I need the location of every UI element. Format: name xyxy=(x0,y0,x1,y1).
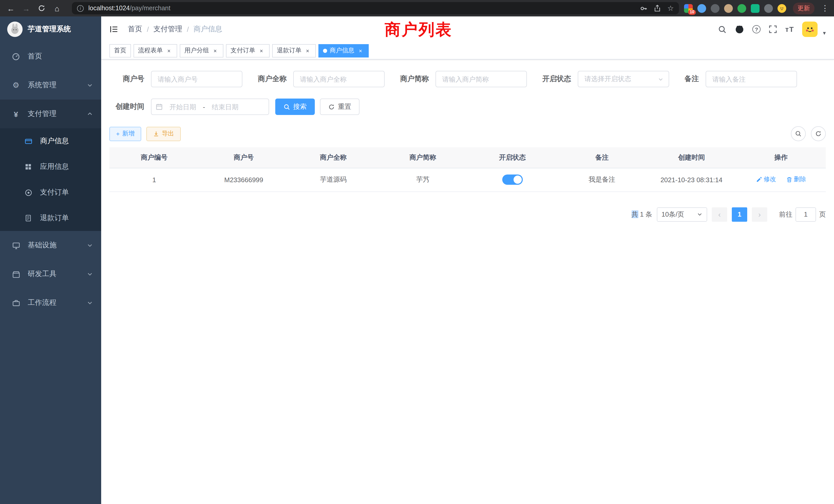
github-icon[interactable] xyxy=(735,25,744,34)
password-key-icon[interactable] xyxy=(640,4,648,12)
address-bar[interactable]: i localhost:1024/pay/merchant ☆ xyxy=(72,2,679,14)
home-icon[interactable]: ⌂ xyxy=(51,3,63,14)
sidebar-item-infrastructure[interactable]: 基础设施 xyxy=(0,231,101,260)
extension-grid-icon[interactable]: 10 xyxy=(684,4,693,13)
reload-icon[interactable] xyxy=(36,3,47,14)
reset-button[interactable]: 重置 xyxy=(320,98,359,115)
close-icon[interactable]: × xyxy=(212,47,219,54)
field-label: 商户全称 xyxy=(258,74,287,84)
table-row: 1 M233666999 芋道源码 芋艿 我是备注 2021-10-23 08:… xyxy=(109,168,826,191)
breadcrumb-home[interactable]: 首页 xyxy=(128,25,142,34)
pagination-total-selected: 共 xyxy=(631,210,638,218)
field-short-name: 商户简称 xyxy=(400,71,527,87)
extension-avatar-icon[interactable] xyxy=(724,4,733,13)
page-1-button[interactable]: 1 xyxy=(732,207,747,222)
chrome-update-button[interactable]: 更新 xyxy=(793,2,814,14)
breadcrumb-payment[interactable]: 支付管理 xyxy=(154,25,182,34)
search-icon[interactable] xyxy=(718,25,727,33)
extension-badge: 10 xyxy=(688,9,696,15)
chevron-down-icon xyxy=(87,242,93,248)
prev-page-button[interactable]: ‹ xyxy=(712,207,727,222)
extension-green-circle-icon[interactable] xyxy=(738,4,746,13)
active-tab-dot xyxy=(323,48,327,53)
font-size-icon[interactable]: тT xyxy=(785,25,794,33)
create-time-range-picker[interactable]: - xyxy=(151,98,269,115)
sidebar-toggle-icon[interactable] xyxy=(109,25,118,34)
tab-home[interactable]: 首页 xyxy=(109,44,131,57)
short-name-input[interactable] xyxy=(436,71,527,87)
edit-link[interactable]: 修改 xyxy=(756,175,776,184)
main-area: 首页 / 支付管理 / 商户信息 商户列表 ? xyxy=(101,17,834,504)
search-button[interactable]: 搜索 xyxy=(275,98,315,115)
full-name-input[interactable] xyxy=(293,71,385,87)
menu-label: 首页 xyxy=(28,52,42,61)
extension-puzzle-icon[interactable] xyxy=(764,4,773,13)
help-icon[interactable]: ? xyxy=(752,25,761,33)
extension-dark-icon[interactable] xyxy=(711,4,720,13)
status-select[interactable]: 请选择开启状态 xyxy=(578,71,669,87)
close-icon[interactable]: × xyxy=(166,47,173,54)
pagination-jump: 前往 页 xyxy=(779,207,826,222)
sidebar-item-merchant-info[interactable]: 商户信息 xyxy=(0,128,101,154)
date-separator: - xyxy=(203,103,205,111)
page-size-select[interactable]: 10条/页 xyxy=(657,207,707,222)
profile-avatar-icon[interactable] xyxy=(777,4,786,13)
toggle-search-button[interactable] xyxy=(791,126,806,141)
tab-process-form[interactable]: 流程表单 × xyxy=(133,44,177,57)
page-unit-label: 页 xyxy=(819,210,826,219)
sidebar-item-app-info[interactable]: 应用信息 xyxy=(0,154,101,180)
screen: ← → ⌂ i localhost:1024/pay/merchant ☆ xyxy=(0,0,834,504)
col-merchant-no: 商户号 xyxy=(199,147,289,168)
page-size-value: 10条/页 xyxy=(661,210,684,219)
merchant-no-input[interactable] xyxy=(151,71,242,87)
forward-icon[interactable]: → xyxy=(21,3,32,14)
document-icon xyxy=(23,214,34,222)
col-remark: 备注 xyxy=(557,147,647,168)
sidebar-item-dev-tools[interactable]: 研发工具 xyxy=(0,260,101,289)
status-switch[interactable] xyxy=(502,175,523,185)
user-avatar[interactable] xyxy=(803,22,818,37)
field-label: 创建时间 xyxy=(109,102,144,111)
next-page-button[interactable]: › xyxy=(752,207,767,222)
field-status: 开启状态 请选择开启状态 xyxy=(542,71,669,87)
sidebar-item-workflow[interactable]: 工作流程 xyxy=(0,289,101,317)
sidebar-item-payment[interactable]: ¥ 支付管理 xyxy=(0,99,101,128)
close-icon[interactable]: × xyxy=(357,47,364,54)
close-icon[interactable]: × xyxy=(258,47,265,54)
grid-icon xyxy=(23,163,34,170)
tab-merchant-info[interactable]: 商户信息 × xyxy=(319,44,369,57)
close-icon[interactable]: × xyxy=(304,47,311,54)
share-icon[interactable] xyxy=(654,5,661,12)
tab-refund-order[interactable]: 退款订单 × xyxy=(272,44,316,57)
field-label: 开启状态 xyxy=(542,74,571,84)
sidebar-logo[interactable]: 芋道管理系统 xyxy=(0,17,101,42)
start-date-input[interactable] xyxy=(164,103,202,111)
caret-down-icon[interactable]: ▾ xyxy=(823,29,826,36)
menu-label: 支付管理 xyxy=(28,109,57,118)
tab-user-group[interactable]: 用户分组 × xyxy=(180,44,223,57)
table-toolbar: + 新增 导出 xyxy=(109,126,826,141)
sidebar-item-pay-order[interactable]: 支付订单 xyxy=(0,180,101,205)
browser-menu-icon[interactable]: ⋮ xyxy=(821,4,829,13)
tab-pay-order[interactable]: 支付订单 × xyxy=(226,44,270,57)
fullscreen-icon[interactable] xyxy=(769,25,777,33)
extension-blue-icon[interactable] xyxy=(697,4,706,13)
export-button[interactable]: 导出 xyxy=(146,127,181,141)
site-info-icon[interactable]: i xyxy=(77,5,84,12)
refresh-list-button[interactable] xyxy=(811,126,826,141)
navbar: 首页 / 支付管理 / 商户信息 商户列表 ? xyxy=(101,17,834,42)
menu-label: 工作流程 xyxy=(28,298,57,307)
breadcrumb-merchant: 商户信息 xyxy=(194,25,222,34)
sidebar-item-home[interactable]: 首页 xyxy=(0,42,101,71)
remark-input[interactable] xyxy=(706,71,797,87)
end-date-input[interactable] xyxy=(206,103,244,111)
bookmark-star-icon[interactable]: ☆ xyxy=(667,4,674,12)
sidebar-item-system[interactable]: ⚙ 系统管理 xyxy=(0,71,101,99)
extension-green-square-icon[interactable] xyxy=(751,4,760,13)
back-icon[interactable]: ← xyxy=(5,3,17,14)
add-button[interactable]: + 新增 xyxy=(109,127,141,141)
delete-link[interactable]: 删除 xyxy=(786,175,806,184)
sidebar-item-refund-order[interactable]: 退款订单 xyxy=(0,205,101,231)
goto-page-input[interactable] xyxy=(795,207,816,222)
url-path: /pay/merchant xyxy=(130,5,170,12)
